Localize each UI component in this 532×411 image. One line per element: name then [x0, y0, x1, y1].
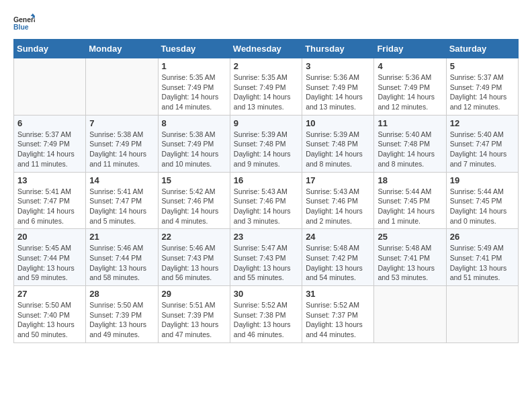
cell-content: Sunrise: 5:51 AMSunset: 7:39 PMDaylight:… [162, 300, 226, 340]
day-number: 16 [234, 175, 298, 185]
calendar-cell: 5Sunrise: 5:37 AMSunset: 7:49 PMDaylight… [446, 58, 518, 116]
day-number: 22 [162, 232, 226, 242]
weekday-header: Thursday [302, 40, 374, 58]
weekday-header: Friday [374, 40, 446, 58]
cell-content: Sunrise: 5:37 AMSunset: 7:49 PMDaylight:… [17, 130, 82, 169]
weekday-header: Tuesday [158, 40, 230, 58]
calendar-cell: 15Sunrise: 5:42 AMSunset: 7:46 PMDayligh… [158, 172, 230, 229]
calendar-week-row: 13Sunrise: 5:41 AMSunset: 7:47 PMDayligh… [14, 172, 519, 229]
page-header: General Blue [13, 13, 519, 32]
day-number: 19 [450, 175, 515, 185]
day-number: 14 [89, 175, 154, 185]
cell-content: Sunrise: 5:39 AMSunset: 7:48 PMDaylight:… [234, 130, 298, 169]
cell-content: Sunrise: 5:38 AMSunset: 7:49 PMDaylight:… [162, 130, 226, 169]
day-number: 9 [234, 118, 298, 128]
day-number: 4 [378, 61, 442, 71]
day-number: 30 [234, 289, 298, 299]
cell-content: Sunrise: 5:40 AMSunset: 7:47 PMDaylight:… [450, 130, 515, 169]
day-number: 12 [450, 118, 515, 128]
calendar-cell: 11Sunrise: 5:40 AMSunset: 7:48 PMDayligh… [374, 115, 446, 172]
day-number: 10 [306, 118, 370, 128]
cell-content: Sunrise: 5:50 AMSunset: 7:40 PMDaylight:… [17, 300, 82, 340]
calendar-week-row: 20Sunrise: 5:45 AMSunset: 7:44 PMDayligh… [14, 229, 519, 286]
cell-content: Sunrise: 5:49 AMSunset: 7:41 PMDaylight:… [450, 243, 515, 283]
day-number: 3 [306, 61, 370, 71]
day-number: 29 [162, 289, 226, 299]
calendar-cell: 20Sunrise: 5:45 AMSunset: 7:44 PMDayligh… [14, 229, 86, 286]
calendar-cell: 4Sunrise: 5:36 AMSunset: 7:49 PMDaylight… [374, 58, 446, 116]
calendar-cell [14, 58, 86, 116]
calendar-cell: 25Sunrise: 5:48 AMSunset: 7:41 PMDayligh… [374, 229, 446, 286]
day-number: 31 [306, 289, 370, 299]
calendar-cell: 13Sunrise: 5:41 AMSunset: 7:47 PMDayligh… [14, 172, 86, 229]
calendar-cell: 28Sunrise: 5:50 AMSunset: 7:39 PMDayligh… [86, 286, 158, 343]
day-number: 28 [89, 289, 154, 299]
cell-content: Sunrise: 5:48 AMSunset: 7:41 PMDaylight:… [378, 243, 442, 283]
cell-content: Sunrise: 5:46 AMSunset: 7:43 PMDaylight:… [162, 243, 226, 283]
logo-icon: General Blue [13, 13, 35, 32]
weekday-header-row: SundayMondayTuesdayWednesdayThursdayFrid… [14, 40, 519, 58]
calendar-cell [446, 286, 518, 343]
day-number: 18 [378, 175, 442, 185]
weekday-header: Monday [86, 40, 158, 58]
calendar-cell [86, 58, 158, 116]
day-number: 5 [450, 61, 515, 71]
cell-content: Sunrise: 5:40 AMSunset: 7:48 PMDaylight:… [378, 130, 442, 169]
day-number: 17 [306, 175, 370, 185]
calendar-week-row: 6Sunrise: 5:37 AMSunset: 7:49 PMDaylight… [14, 115, 519, 172]
cell-content: Sunrise: 5:42 AMSunset: 7:46 PMDaylight:… [162, 187, 226, 226]
calendar-cell: 10Sunrise: 5:39 AMSunset: 7:48 PMDayligh… [302, 115, 374, 172]
day-number: 26 [450, 232, 515, 242]
day-number: 20 [17, 232, 82, 242]
calendar-week-row: 27Sunrise: 5:50 AMSunset: 7:40 PMDayligh… [14, 286, 519, 343]
calendar-cell: 19Sunrise: 5:44 AMSunset: 7:45 PMDayligh… [446, 172, 518, 229]
cell-content: Sunrise: 5:43 AMSunset: 7:46 PMDaylight:… [306, 187, 370, 226]
day-number: 8 [162, 118, 226, 128]
svg-text:Blue: Blue [13, 24, 29, 31]
cell-content: Sunrise: 5:44 AMSunset: 7:45 PMDaylight:… [450, 187, 515, 226]
calendar-cell: 14Sunrise: 5:41 AMSunset: 7:47 PMDayligh… [86, 172, 158, 229]
calendar-cell: 23Sunrise: 5:47 AMSunset: 7:43 PMDayligh… [230, 229, 302, 286]
cell-content: Sunrise: 5:37 AMSunset: 7:49 PMDaylight:… [450, 73, 515, 112]
calendar-cell: 18Sunrise: 5:44 AMSunset: 7:45 PMDayligh… [374, 172, 446, 229]
cell-content: Sunrise: 5:35 AMSunset: 7:49 PMDaylight:… [162, 73, 226, 112]
calendar-table: SundayMondayTuesdayWednesdayThursdayFrid… [13, 39, 519, 343]
cell-content: Sunrise: 5:36 AMSunset: 7:49 PMDaylight:… [378, 73, 442, 112]
day-number: 11 [378, 118, 442, 128]
day-number: 2 [234, 61, 298, 71]
weekday-header: Wednesday [230, 40, 302, 58]
cell-content: Sunrise: 5:39 AMSunset: 7:48 PMDaylight:… [306, 130, 370, 169]
calendar-cell: 3Sunrise: 5:36 AMSunset: 7:49 PMDaylight… [302, 58, 374, 116]
calendar-cell: 31Sunrise: 5:52 AMSunset: 7:37 PMDayligh… [302, 286, 374, 343]
calendar-cell: 17Sunrise: 5:43 AMSunset: 7:46 PMDayligh… [302, 172, 374, 229]
cell-content: Sunrise: 5:41 AMSunset: 7:47 PMDaylight:… [17, 187, 82, 226]
day-number: 21 [89, 232, 154, 242]
calendar-cell: 12Sunrise: 5:40 AMSunset: 7:47 PMDayligh… [446, 115, 518, 172]
calendar-cell: 8Sunrise: 5:38 AMSunset: 7:49 PMDaylight… [158, 115, 230, 172]
calendar-cell: 21Sunrise: 5:46 AMSunset: 7:44 PMDayligh… [86, 229, 158, 286]
calendar-cell: 27Sunrise: 5:50 AMSunset: 7:40 PMDayligh… [14, 286, 86, 343]
calendar-cell: 9Sunrise: 5:39 AMSunset: 7:48 PMDaylight… [230, 115, 302, 172]
weekday-header: Saturday [446, 40, 518, 58]
cell-content: Sunrise: 5:50 AMSunset: 7:39 PMDaylight:… [89, 300, 154, 340]
calendar-cell: 24Sunrise: 5:48 AMSunset: 7:42 PMDayligh… [302, 229, 374, 286]
cell-content: Sunrise: 5:35 AMSunset: 7:49 PMDaylight:… [234, 73, 298, 112]
logo: General Blue [13, 13, 38, 32]
day-number: 6 [17, 118, 82, 128]
calendar-week-row: 1Sunrise: 5:35 AMSunset: 7:49 PMDaylight… [14, 58, 519, 116]
cell-content: Sunrise: 5:36 AMSunset: 7:49 PMDaylight:… [306, 73, 370, 112]
calendar-cell [374, 286, 446, 343]
calendar-cell: 2Sunrise: 5:35 AMSunset: 7:49 PMDaylight… [230, 58, 302, 116]
cell-content: Sunrise: 5:44 AMSunset: 7:45 PMDaylight:… [378, 187, 442, 226]
day-number: 23 [234, 232, 298, 242]
day-number: 1 [162, 61, 226, 71]
day-number: 25 [378, 232, 442, 242]
calendar-cell: 1Sunrise: 5:35 AMSunset: 7:49 PMDaylight… [158, 58, 230, 116]
calendar-cell: 16Sunrise: 5:43 AMSunset: 7:46 PMDayligh… [230, 172, 302, 229]
cell-content: Sunrise: 5:43 AMSunset: 7:46 PMDaylight:… [234, 187, 298, 226]
day-number: 27 [17, 289, 82, 299]
calendar-cell: 7Sunrise: 5:38 AMSunset: 7:49 PMDaylight… [86, 115, 158, 172]
cell-content: Sunrise: 5:38 AMSunset: 7:49 PMDaylight:… [89, 130, 154, 169]
cell-content: Sunrise: 5:45 AMSunset: 7:44 PMDaylight:… [17, 243, 82, 283]
day-number: 24 [306, 232, 370, 242]
